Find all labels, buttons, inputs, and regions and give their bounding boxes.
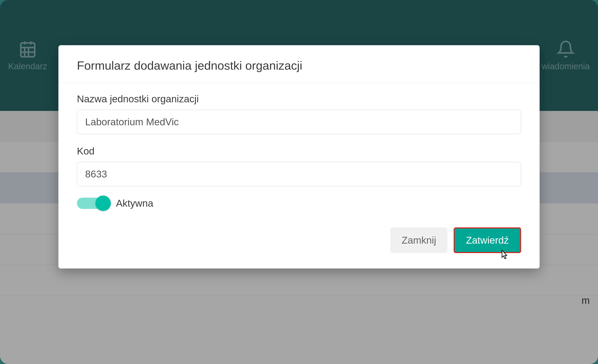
active-toggle-label: Aktywna: [116, 198, 153, 209]
active-toggle[interactable]: [77, 198, 110, 209]
modal-body: Nazwa jednostki organizacji Kod Aktywna: [58, 83, 540, 221]
close-button[interactable]: Zamknij: [390, 227, 448, 253]
toggle-knob: [95, 195, 111, 211]
app-container: Kalendarz wiadomienia m Formularz dodawa…: [0, 0, 598, 364]
unit-name-input[interactable]: [77, 110, 521, 134]
cursor-icon: [498, 249, 509, 261]
confirm-button[interactable]: Zatwierdź: [454, 227, 521, 253]
confirm-button-label: Zatwierdź: [466, 235, 509, 246]
unit-name-label: Nazwa jednostki organizacji: [77, 93, 521, 105]
modal-footer: Zamknij Zatwierdź: [58, 221, 540, 268]
unit-code-label: Kod: [77, 146, 521, 157]
modal-header: Formularz dodawania jednostki organizacj…: [58, 45, 540, 83]
form-group-code: Kod: [77, 146, 521, 186]
add-unit-modal: Formularz dodawania jednostki organizacj…: [58, 45, 540, 268]
form-group-active: Aktywna: [77, 198, 521, 209]
modal-title: Formularz dodawania jednostki organizacj…: [77, 58, 521, 72]
unit-code-input[interactable]: [77, 162, 521, 186]
form-group-name: Nazwa jednostki organizacji: [77, 93, 521, 134]
